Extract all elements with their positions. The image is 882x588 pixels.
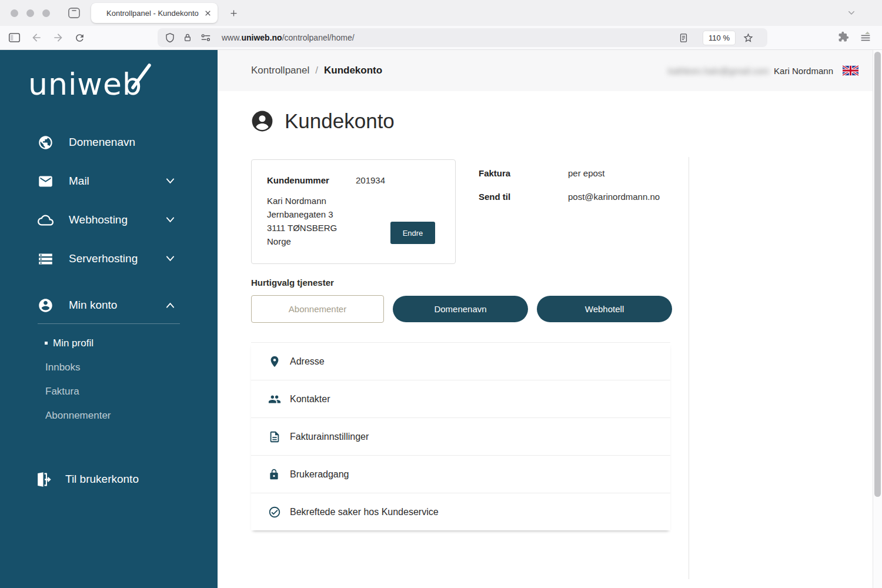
extensions-puzzle-icon[interactable] bbox=[838, 31, 849, 45]
webhotell-button[interactable]: Webhotell bbox=[537, 296, 672, 322]
customer-card: Kundenummer 201934 Kari Nordmann Jernban… bbox=[251, 159, 456, 264]
submenu-label: Faktura bbox=[45, 386, 79, 397]
reload-button[interactable] bbox=[74, 32, 85, 44]
sidebar-item-webhosting[interactable]: Webhosting bbox=[0, 201, 218, 239]
submenu-item-min-profil[interactable]: Min profil bbox=[0, 331, 218, 355]
sidebar-submenu: Min profil Innboks Faktura Abonnementer bbox=[0, 331, 218, 427]
sidebar-item-label: Serverhosting bbox=[69, 252, 138, 265]
breadcrumb-separator: / bbox=[315, 65, 318, 76]
bookmark-star-icon[interactable] bbox=[743, 32, 754, 44]
submenu-label: Abonnementer bbox=[45, 410, 111, 422]
shield-icon[interactable] bbox=[165, 32, 175, 43]
sidebar-item-label: Domenenavn bbox=[69, 136, 135, 149]
uk-flag-icon[interactable] bbox=[843, 65, 858, 76]
tab-list-chevron-icon[interactable] bbox=[847, 9, 856, 16]
tab-close-icon[interactable] bbox=[204, 9, 212, 17]
menu-hamburger-icon[interactable] bbox=[860, 31, 871, 44]
submenu-item-innboks[interactable]: Innboks bbox=[0, 355, 218, 379]
close-window-button[interactable] bbox=[11, 9, 18, 17]
sidebar-item-mail[interactable]: Mail bbox=[0, 162, 218, 201]
lock-icon[interactable] bbox=[183, 32, 192, 43]
traffic-lights[interactable] bbox=[11, 9, 50, 17]
list-item-label: Kontakter bbox=[290, 394, 330, 405]
invoice-method-label: Faktura bbox=[479, 168, 568, 178]
chevron-down-icon bbox=[165, 216, 175, 223]
list-item-adresse[interactable]: Adresse bbox=[251, 342, 670, 380]
page-scrollbar[interactable] bbox=[873, 50, 882, 588]
customer-number-value: 201934 bbox=[356, 175, 385, 185]
sidebar-item-serverhosting[interactable]: Serverhosting bbox=[0, 239, 218, 278]
invoice-sendto-value: post@karinordmann.no bbox=[568, 192, 660, 202]
user-email-redacted: kathleen.halv@gmail.com bbox=[668, 66, 769, 76]
user-info: kathleen.halv@gmail.com Kari Nordmann bbox=[668, 65, 858, 76]
sidebar-item-label: Webhosting bbox=[69, 213, 128, 226]
list-item-label: Adresse bbox=[290, 356, 325, 367]
chevron-down-icon bbox=[165, 178, 175, 185]
sidebar: uniweb Domenenavn bbox=[0, 50, 218, 588]
logo-check-icon bbox=[129, 62, 153, 99]
content-right-divider bbox=[689, 157, 689, 579]
sidebar-footer-label: Til brukerkonto bbox=[65, 473, 139, 486]
sidebar-item-label: Mail bbox=[69, 175, 89, 188]
uniweb-logo[interactable]: uniweb bbox=[28, 66, 142, 102]
cloud-icon bbox=[38, 212, 54, 228]
domenenavn-button[interactable]: Domenenavn bbox=[393, 296, 528, 322]
sidebar-item-til-brukerkonto[interactable]: Til brukerkonto bbox=[0, 471, 218, 487]
sidebar-item-label: Min konto bbox=[69, 299, 117, 312]
sidebar-item-domenenavn[interactable]: Domenenavn bbox=[0, 123, 218, 162]
settings-list: Adresse Kontakter Fakturainnstillinger bbox=[251, 342, 670, 530]
active-bullet bbox=[45, 342, 48, 345]
account-circle-icon bbox=[251, 110, 273, 132]
quick-actions-heading: Hurtigvalg tjenester bbox=[251, 278, 882, 288]
server-icon bbox=[38, 251, 54, 267]
list-item-brukeradgang[interactable]: Brukeradgang bbox=[251, 455, 670, 493]
sidebar-divider bbox=[38, 323, 180, 324]
invoice-info: Faktura per epost Send til post@karinord… bbox=[479, 159, 660, 264]
account-icon bbox=[38, 298, 54, 313]
minimize-window-button[interactable] bbox=[26, 9, 34, 17]
sidebar-item-min-konto[interactable]: Min konto bbox=[0, 287, 218, 323]
firefox-view-icon[interactable] bbox=[68, 7, 81, 19]
sidebar-toggle-icon[interactable] bbox=[8, 32, 21, 43]
mail-icon bbox=[38, 173, 54, 189]
zoom-level-badge[interactable]: 110 % bbox=[703, 31, 735, 45]
permissions-icon[interactable] bbox=[200, 33, 212, 42]
lock-icon bbox=[268, 468, 281, 481]
url-text[interactable]: www.uniweb.no/controlpanel/home/ bbox=[222, 33, 355, 42]
page-header: Kontrollpanel / Kundekonto kathleen.halv… bbox=[218, 50, 882, 91]
submenu-item-faktura[interactable]: Faktura bbox=[0, 379, 218, 403]
user-name: Kari Nordmann bbox=[774, 66, 833, 76]
forward-button[interactable] bbox=[52, 32, 64, 44]
back-button[interactable] bbox=[31, 32, 42, 44]
tab-bar: Kontrollpanel - Kundekonto bbox=[0, 0, 882, 26]
page-title: Kundekonto bbox=[285, 109, 395, 133]
url-bar[interactable]: www.uniweb.no/controlpanel/home/ 110 % bbox=[158, 28, 767, 47]
location-pin-icon bbox=[268, 355, 281, 368]
main-area: Kontrollpanel / Kundekonto kathleen.halv… bbox=[218, 50, 882, 588]
scrollbar-thumb[interactable] bbox=[874, 52, 881, 497]
people-icon bbox=[268, 393, 281, 406]
browser-tab[interactable]: Kontrollpanel - Kundekonto bbox=[91, 3, 218, 23]
new-tab-button[interactable] bbox=[229, 9, 238, 18]
list-item-fakturainnstillinger[interactable]: Fakturainnstillinger bbox=[251, 417, 670, 455]
submenu-label: Innboks bbox=[45, 362, 81, 373]
sidebar-nav: Domenenavn Mail Webhosting bbox=[0, 123, 218, 427]
document-icon bbox=[268, 430, 281, 443]
globe-icon bbox=[38, 135, 54, 151]
tab-title: Kontrollpanel - Kundekonto bbox=[106, 9, 199, 18]
breadcrumb-current: Kundekonto bbox=[324, 65, 382, 76]
list-item-kontakter[interactable]: Kontakter bbox=[251, 380, 670, 417]
reader-mode-icon[interactable] bbox=[679, 33, 688, 43]
abonnementer-button[interactable]: Abonnementer bbox=[251, 295, 384, 323]
page-content: Kundekonto Kundenummer 201934 Kari Nordm… bbox=[218, 91, 882, 530]
quick-actions: Hurtigvalg tjenester Abonnementer Domene… bbox=[251, 278, 882, 323]
chevron-down-icon bbox=[165, 255, 175, 262]
zoom-window-button[interactable] bbox=[42, 9, 50, 17]
list-item-bekreftede-saker[interactable]: Bekreftede saker hos Kundeservice bbox=[251, 493, 670, 530]
breadcrumb-root[interactable]: Kontrollpanel bbox=[251, 65, 309, 76]
logo-text: uniweb bbox=[28, 66, 142, 102]
list-item-label: Fakturainnstillinger bbox=[290, 432, 369, 442]
submenu-label: Min profil bbox=[53, 338, 93, 349]
submenu-item-abonnementer[interactable]: Abonnementer bbox=[0, 403, 218, 427]
edit-button[interactable]: Endre bbox=[390, 222, 435, 244]
